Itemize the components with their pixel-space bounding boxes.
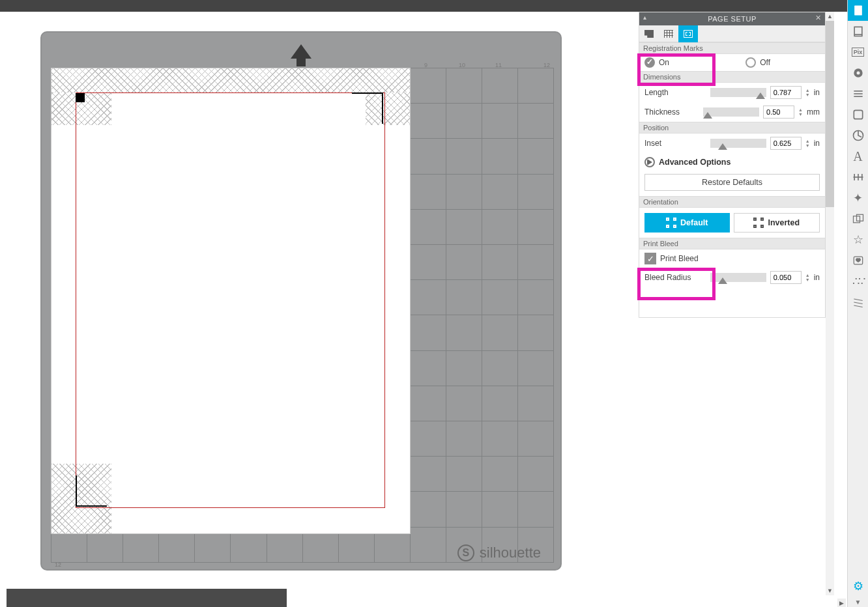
transform-icon[interactable] [848,125,869,146]
cutting-mat[interactable]: 9 10 11 12 12 S silhouette [40,31,562,571]
orientation-inverted-button[interactable]: Inverted [734,213,820,233]
align-icon[interactable] [848,167,869,188]
bleed-radius-unit: in [814,273,820,282]
line-style-icon[interactable] [848,83,869,104]
tab-page[interactable] [639,25,659,42]
corners-icon [666,218,676,228]
grid-icon [664,30,673,38]
registration-on-off-row: On Off [639,54,825,71]
panel-tabs [639,25,825,42]
bleed-radius-input[interactable] [770,271,802,284]
thickness-input[interactable] [763,106,794,119]
section-print-bleed: Print Bleed [639,238,825,249]
no-print-zone [51,68,410,92]
cut-boundary [76,92,385,508]
restore-defaults-button[interactable]: Restore Defaults [644,174,820,191]
bleed-radius-slider[interactable] [710,273,766,282]
corners-icon [753,218,764,228]
inset-slider[interactable] [710,139,766,148]
inset-unit: in [814,139,820,148]
text-icon[interactable]: A [848,146,869,167]
status-bar [7,589,287,607]
thickness-row: Thickness ▲▼ mm [639,102,825,122]
rhinestone-icon[interactable]: ∴∵ [848,271,869,292]
length-row: Length ▲▼ in [639,83,825,102]
section-orientation: Orientation [639,196,825,208]
print-bleed-label: Print Bleed [660,254,699,263]
thickness-label: Thickness [644,107,680,117]
orientation-row: Default Inverted [639,208,825,238]
registration-mark-square-icon [76,93,85,102]
sticker-icon[interactable]: ☆ [848,229,869,250]
design-page[interactable] [51,68,411,534]
page-setup-icon[interactable] [848,0,869,21]
bleed-radius-stepper[interactable]: ▲▼ [805,273,810,282]
radio-off[interactable] [745,57,756,68]
thickness-unit: mm [807,107,820,117]
bleed-radius-row: Bleed Radius ▲▼ in [639,268,825,287]
ruler-mark: 9 [424,62,427,68]
restore-defaults-label: Restore Defaults [702,178,762,187]
tab-grid[interactable] [659,25,678,42]
ruler-mark: 12 [543,62,550,68]
section-dimensions: Dimensions [639,71,825,83]
trace-icon[interactable] [848,104,869,125]
offset-icon[interactable] [848,208,869,229]
svg-rect-7 [854,110,862,119]
brand-label: S silhouette [457,544,541,561]
orientation-default-label: Default [680,218,708,227]
thickness-slider[interactable] [703,107,759,117]
print-bleed-row: ✓ Print Bleed [639,249,825,268]
length-unit: in [814,88,820,97]
bleed-radius-label: Bleed Radius [644,273,691,282]
inset-stepper[interactable]: ▲▼ [805,139,810,148]
panel-scrollbar[interactable]: ▲ ▼ [826,12,834,595]
heart-icon[interactable] [848,250,869,271]
length-input[interactable] [770,86,802,99]
radio-on-label: On [659,58,669,67]
inset-row: Inset ▲▼ in [639,134,825,153]
ruler-mark: 10 [459,62,465,68]
hscroll-right-icon[interactable]: ▶ [837,599,846,607]
advanced-options-toggle[interactable]: Advanced Options [639,153,825,171]
registration-mark-bl-icon [76,475,107,507]
fill-icon[interactable] [848,63,869,83]
length-stepper[interactable]: ▲▼ [805,88,810,97]
orientation-inverted-label: Inverted [768,218,800,227]
radio-on[interactable] [644,57,655,68]
effects-icon[interactable]: ✦ [848,188,869,208]
inset-label: Inset [644,139,661,148]
ruler-mark: 12 [55,561,61,568]
settings-gear-icon[interactable]: ⚙ [848,576,869,597]
length-label: Length [644,88,669,97]
ruler-mark: 11 [495,62,502,68]
inset-input[interactable] [770,137,802,150]
thickness-stepper[interactable]: ▲▼ [798,107,803,117]
send-icon[interactable] [848,21,869,42]
print-bleed-checkbox[interactable]: ✓ [644,253,656,264]
collapse-icon[interactable]: ▴ [643,14,647,21]
design-workspace[interactable]: 9 10 11 12 12 S silhouette [0,12,639,578]
feed-direction-arrow-icon [291,44,311,59]
brand-text: silhouette [480,544,541,561]
page-icon [644,30,654,38]
right-toolbar: Pix A ✦ ☆ ∴∵ ⚙ ▼ [847,0,868,607]
svg-rect-1 [854,27,862,35]
registration-icon [684,30,693,38]
orientation-default-button[interactable]: Default [644,213,730,233]
length-slider[interactable] [710,88,766,97]
advanced-options-label: Advanced Options [659,158,731,167]
pixscan-icon[interactable]: Pix [848,42,869,63]
page-setup-panel: ▴ PAGE SETUP ✕ Registration Marks On Off… [639,12,826,318]
panel-title: PAGE SETUP [708,15,756,23]
tab-registration[interactable] [678,25,698,42]
panel-header: ▴ PAGE SETUP ✕ [639,12,825,25]
section-registration-marks: Registration Marks [639,42,825,54]
close-icon[interactable]: ✕ [815,14,822,22]
sketch-icon[interactable] [848,292,869,313]
brand-logo-icon: S [457,544,474,561]
registration-mark-tr-icon [352,92,383,124]
radio-off-label: Off [760,58,770,67]
scroll-down-icon[interactable]: ▼ [848,597,869,607]
svg-rect-0 [854,6,862,16]
